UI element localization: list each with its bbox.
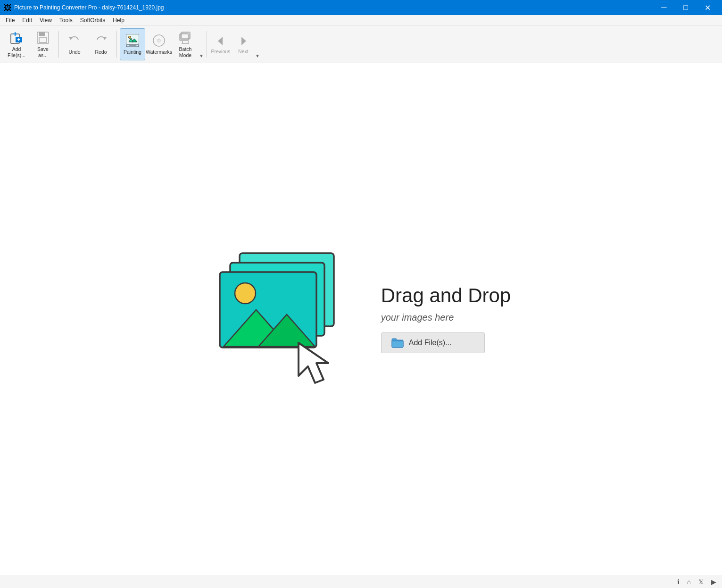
restore-button[interactable]: □ — [675, 0, 697, 15]
svg-point-17 — [129, 36, 131, 39]
menu-file[interactable]: File — [2, 16, 18, 25]
folder-icon — [391, 338, 404, 348]
previous-label: Previous — [211, 49, 230, 54]
separator-1 — [58, 31, 59, 58]
previous-icon — [214, 34, 227, 48]
title-bar-left: 🖼 Picture to Painting Converter Pro - da… — [4, 4, 164, 11]
batch-mode-icon — [178, 30, 193, 45]
main-content: Drag and Drop your images here Add File(… — [0, 63, 722, 575]
redo-label: Redo — [95, 49, 107, 55]
undo-label: Undo — [68, 49, 80, 55]
menu-tools[interactable]: Tools — [56, 16, 76, 25]
toolbar: AddFile(s)... Saveas... Undo — [0, 25, 722, 63]
close-button[interactable]: ✕ — [697, 0, 718, 15]
svg-rect-7 — [39, 32, 45, 36]
batch-mode-label: BatchMode — [179, 46, 192, 58]
svg-marker-29 — [241, 37, 246, 45]
next-icon — [237, 34, 250, 48]
svg-text:©: © — [157, 38, 161, 43]
status-bar-right: ℹ ⌂ 𝕏 ▶ — [677, 578, 716, 586]
watermarks-icon: © — [151, 33, 166, 48]
expand-arrow-2[interactable]: ▼ — [255, 53, 260, 58]
app-icon: 🖼 — [4, 4, 11, 11]
watermarks-button[interactable]: © Watermarks — [146, 28, 172, 60]
painting-button[interactable]: Painting — [120, 28, 145, 60]
add-files-button[interactable]: AddFile(s)... — [4, 28, 29, 60]
add-files-label: AddFile(s)... — [8, 46, 25, 58]
svg-rect-13 — [126, 34, 139, 44]
menu-softorbits[interactable]: SoftOrbits — [76, 16, 109, 25]
save-as-button[interactable]: Saveas... — [30, 28, 56, 60]
next-label: Next — [238, 49, 249, 54]
info-icon[interactable]: ℹ — [677, 578, 680, 586]
save-as-icon — [35, 30, 50, 45]
svg-point-34 — [235, 283, 256, 304]
toolbar-expand-1: ▼ — [199, 28, 204, 60]
save-as-label: Saveas... — [37, 46, 49, 58]
undo-button[interactable]: Undo — [62, 28, 87, 60]
status-bar: ℹ ⌂ 𝕏 ▶ — [0, 575, 722, 588]
home-icon[interactable]: ⌂ — [687, 578, 691, 586]
drop-area: Drag and Drop your images here Add File(… — [211, 244, 511, 395]
svg-marker-11 — [103, 37, 107, 40]
separator-2 — [116, 31, 117, 58]
drop-text-area: Drag and Drop your images here Add File(… — [381, 285, 511, 353]
redo-button[interactable]: Redo — [88, 28, 114, 60]
painting-icon — [125, 33, 140, 48]
menu-bar: File Edit View Tools SoftOrbits Help — [0, 15, 722, 25]
menu-help[interactable]: Help — [109, 16, 128, 25]
separator-3 — [207, 31, 207, 58]
twitter-icon[interactable]: 𝕏 — [698, 578, 704, 586]
window-title: Picture to Painting Converter Pro - dais… — [14, 4, 164, 11]
svg-marker-10 — [69, 37, 73, 40]
add-files-main-label: Add File(s)... — [409, 339, 452, 347]
expand-arrow-1[interactable]: ▼ — [199, 53, 204, 58]
drag-illustration — [211, 244, 353, 395]
undo-icon — [67, 33, 82, 48]
menu-edit[interactable]: Edit — [18, 16, 36, 25]
drag-drop-subtitle: your images here — [381, 312, 511, 323]
redo-icon — [93, 33, 108, 48]
title-bar: 🖼 Picture to Painting Converter Pro - da… — [0, 0, 722, 15]
svg-marker-37 — [299, 343, 328, 383]
drag-drop-title: Drag and Drop — [381, 285, 511, 306]
svg-marker-28 — [218, 37, 223, 45]
window-controls: ─ □ ✕ — [653, 0, 718, 15]
painting-label: Painting — [124, 49, 141, 55]
minimize-button[interactable]: ─ — [653, 0, 675, 15]
add-files-icon — [9, 30, 24, 45]
watermarks-label: Watermarks — [146, 49, 172, 55]
add-files-main-button[interactable]: Add File(s)... — [381, 332, 485, 353]
youtube-icon[interactable]: ▶ — [711, 578, 716, 586]
svg-rect-8 — [39, 38, 47, 42]
previous-button[interactable]: Previous — [210, 28, 232, 60]
toolbar-expand-2: ▼ — [255, 28, 260, 60]
batch-mode-button[interactable]: BatchMode — [173, 28, 198, 60]
svg-rect-9 — [45, 33, 46, 35]
drop-zone-illustration — [211, 244, 353, 395]
menu-view[interactable]: View — [36, 16, 56, 25]
next-button[interactable]: Next — [232, 28, 254, 60]
